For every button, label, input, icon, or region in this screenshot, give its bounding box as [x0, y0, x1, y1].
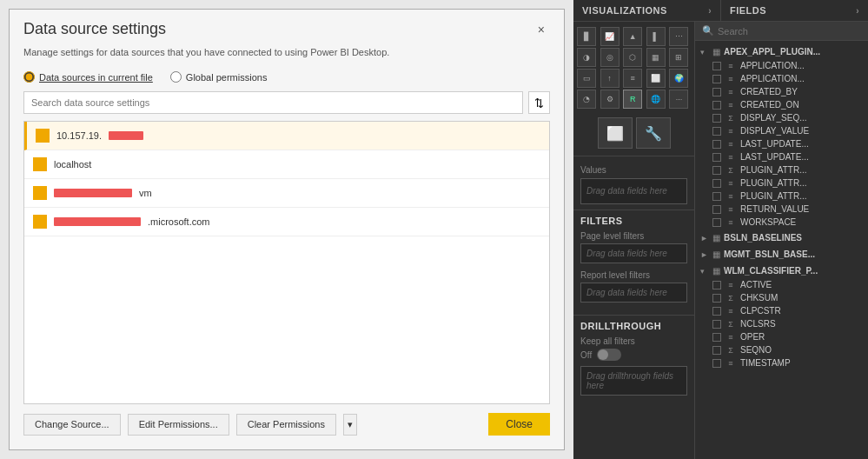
- viz-donut-icon[interactable]: ◎: [600, 48, 620, 67]
- list-item[interactable]: localhost: [24, 150, 549, 179]
- edit-permissions-button[interactable]: Edit Permissions...: [128, 414, 229, 436]
- field-group-header[interactable]: ▾ ▦ APEX_APPL_PLUGIN...: [695, 44, 868, 59]
- list-item[interactable]: 10.157.19.: [24, 122, 549, 150]
- viz-bar-icon[interactable]: ▊: [577, 27, 596, 46]
- viz-large-icon2[interactable]: 🔧: [636, 117, 671, 149]
- field-checkbox[interactable]: [712, 346, 721, 355]
- clear-permissions-dropdown[interactable]: ▾: [343, 414, 357, 436]
- field-checkbox[interactable]: [712, 114, 721, 123]
- field-checkbox[interactable]: [712, 307, 721, 316]
- datasource-icon: [33, 157, 47, 171]
- field-item[interactable]: Σ DISPLAY_SEQ...: [695, 111, 868, 124]
- datasource-label: localhost: [54, 159, 91, 170]
- field-checkbox[interactable]: [712, 333, 721, 342]
- field-group-header[interactable]: ► ▦ BSLN_BASELINES: [695, 230, 868, 245]
- field-item[interactable]: Σ SEQNO: [695, 343, 868, 356]
- field-group-name: WLM_CLASSIFIER_P...: [724, 266, 818, 276]
- field-checkbox[interactable]: [712, 320, 721, 329]
- change-source-button[interactable]: Change Source...: [23, 414, 121, 436]
- viz-map-icon[interactable]: ⬜: [646, 69, 666, 88]
- radio-current-file[interactable]: Data sources in current file: [23, 71, 153, 83]
- field-item[interactable]: ≡ OPER: [695, 330, 868, 343]
- fields-search-input[interactable]: [718, 26, 861, 37]
- sort-button[interactable]: ⇅: [528, 91, 550, 114]
- list-item[interactable]: .microsoft.com: [24, 208, 549, 236]
- field-name: OPER: [740, 332, 765, 342]
- list-item[interactable]: vm: [24, 179, 549, 208]
- viz-custom1-icon[interactable]: ⚙: [600, 90, 620, 109]
- field-item[interactable]: ≡ PLUGIN_ATTR...: [695, 176, 868, 190]
- viz-card-icon[interactable]: ▭: [577, 69, 596, 88]
- field-checkbox[interactable]: [712, 62, 721, 70]
- field-group-header[interactable]: ▾ ▦ WLM_CLASSIFIER_P...: [695, 263, 868, 278]
- field-checkbox[interactable]: [712, 218, 721, 227]
- field-item[interactable]: ≡ CREATED_BY: [695, 85, 868, 98]
- field-checkbox[interactable]: [712, 153, 721, 162]
- values-drop-zone[interactable]: Drag data fields here: [580, 178, 687, 204]
- field-group-name: BSLN_BASELINES: [724, 233, 802, 243]
- field-checkbox[interactable]: [712, 359, 721, 368]
- viz-more-icon[interactable]: ···: [669, 90, 688, 109]
- field-item[interactable]: Σ NCLSRS: [695, 317, 868, 330]
- field-item[interactable]: ≡ WORKSPACE: [695, 216, 868, 229]
- viz-kpi-icon[interactable]: ↑: [600, 69, 620, 88]
- field-item[interactable]: ≡ LAST_UPDATE...: [695, 150, 868, 163]
- radio-current-file-input[interactable]: [23, 71, 35, 83]
- field-item[interactable]: ≡ APPLICATION...: [695, 72, 868, 85]
- close-dialog-button[interactable]: ×: [533, 21, 550, 38]
- field-checkbox[interactable]: [712, 294, 721, 303]
- dialog-footer: Change Source... Edit Permissions... Cle…: [10, 404, 564, 449]
- field-checkbox[interactable]: [712, 166, 721, 175]
- field-checkbox[interactable]: [712, 127, 721, 136]
- viz-globe-icon[interactable]: 🌐: [646, 90, 666, 109]
- viz-slicer-icon[interactable]: ≡: [623, 69, 642, 88]
- viz-fill-map-icon[interactable]: 🌍: [669, 69, 688, 88]
- field-group-header[interactable]: ► ▦ MGMT_BSLN_BASE...: [695, 247, 868, 262]
- field-item[interactable]: ≡ APPLICATION...: [695, 59, 868, 72]
- viz-scatter-icon[interactable]: ⋯: [669, 27, 688, 46]
- field-name: NCLSRS: [740, 319, 776, 329]
- viz-pie-icon[interactable]: ◑: [577, 48, 596, 67]
- radio-global[interactable]: Global permissions: [170, 71, 268, 83]
- viz-line-icon[interactable]: 📈: [600, 27, 620, 46]
- field-item[interactable]: ≡ RETURN_VALUE: [695, 203, 868, 216]
- viz-large-icon1[interactable]: ⬜: [598, 117, 633, 149]
- field-checkbox[interactable]: [712, 281, 721, 289]
- viz-r-icon[interactable]: R: [623, 90, 642, 109]
- field-checkbox[interactable]: [712, 101, 721, 110]
- field-checkbox[interactable]: [712, 88, 721, 96]
- viz-bar2-icon[interactable]: ▌: [646, 27, 666, 46]
- drillthrough-drop-zone[interactable]: Drag drillthrough fields here: [580, 366, 687, 396]
- field-checkbox[interactable]: [712, 179, 721, 188]
- text-icon: ≡: [725, 205, 737, 214]
- text-icon: ≡: [725, 192, 737, 201]
- field-item[interactable]: ≡ CREATED_ON: [695, 98, 868, 111]
- field-item[interactable]: ≡ TIMESTAMP: [695, 356, 868, 369]
- field-checkbox[interactable]: [712, 140, 721, 149]
- field-item[interactable]: ≡ LAST_UPDATE...: [695, 137, 868, 150]
- field-item[interactable]: ≡ PLUGIN_ATTR...: [695, 190, 868, 203]
- viz-area-icon[interactable]: ▲: [623, 27, 642, 46]
- field-item[interactable]: ≡ ACTIVE: [695, 278, 868, 291]
- viz-table-icon[interactable]: ▦: [646, 48, 666, 67]
- report-filters-drop-zone[interactable]: Drag data fields here: [580, 283, 687, 303]
- field-item[interactable]: Σ CHKSUM: [695, 291, 868, 304]
- field-item[interactable]: Σ PLUGIN_ATTR...: [695, 163, 868, 176]
- filters-section: FILTERS Page level filters Drag data fie…: [573, 210, 694, 315]
- field-checkbox[interactable]: [712, 192, 721, 201]
- radio-global-input[interactable]: [170, 71, 182, 83]
- page-filters-drop-zone[interactable]: Drag data fields here: [580, 243, 687, 263]
- viz-matrix-icon[interactable]: ⊞: [669, 48, 688, 67]
- field-item[interactable]: ≡ CLPCSTR: [695, 304, 868, 317]
- viz-funnel-icon[interactable]: ⬡: [623, 48, 642, 67]
- datasource-search-input[interactable]: [23, 91, 523, 114]
- clear-permissions-button[interactable]: Clear Permissions: [236, 414, 336, 436]
- field-checkbox[interactable]: [712, 75, 721, 83]
- text-icon: ≡: [725, 359, 737, 368]
- datasource-icon: [33, 186, 47, 200]
- field-item[interactable]: ≡ DISPLAY_VALUE: [695, 124, 868, 137]
- drillthrough-toggle[interactable]: [597, 349, 621, 361]
- viz-gauge-icon[interactable]: ◔: [577, 90, 596, 109]
- close-button[interactable]: Close: [488, 413, 550, 436]
- field-checkbox[interactable]: [712, 205, 721, 214]
